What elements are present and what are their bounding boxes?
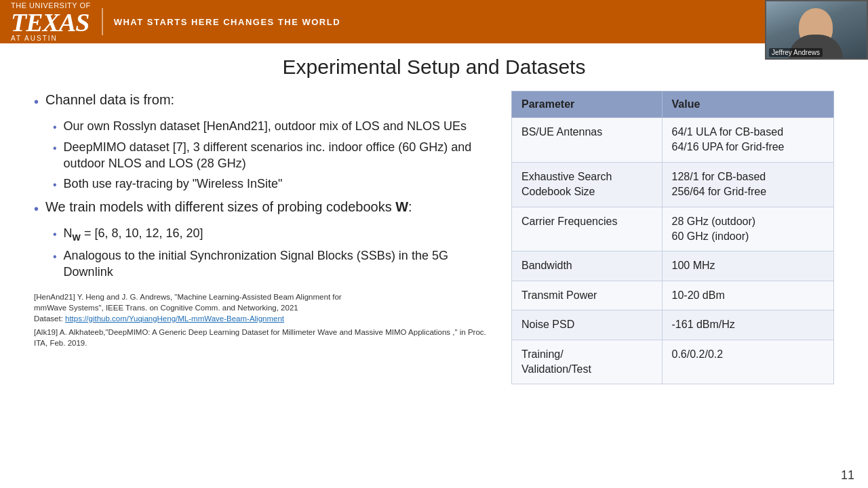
table-cell-value: -161 dBm/Hz: [662, 310, 834, 340]
table-cell-value: 100 MHz: [662, 251, 834, 281]
ref1-link[interactable]: https://github.com/YuqiangHeng/ML-mmWave…: [65, 314, 284, 323]
bullet-1-dot: •: [34, 93, 39, 111]
bullet-2: • We train models with different sizes o…: [34, 198, 495, 218]
table-header-param: Parameter: [512, 92, 663, 118]
table-cell-value: 128/1 for CB-based 256/64 for Grid-free: [662, 162, 834, 207]
references-section: [HenAnd21] Y. Heng and J. G. Andrews, "M…: [34, 291, 495, 348]
ref1-dataset-pre: Dataset:: [34, 314, 65, 323]
bullet-1-sub-1-text: Our own Rosslyn dataset [HenAnd21], outd…: [64, 118, 467, 134]
table-row: Noise PSD-161 dBm/Hz: [512, 310, 834, 340]
bullet-1: • Channel data is from:: [34, 91, 495, 111]
table-row: Exhaustive Search Codebook Size128/1 for…: [512, 162, 834, 207]
bullet-2-sub-1: • NW = [6, 8, 10, 12, 16, 20]: [53, 225, 495, 243]
bullet-1-sub-3-text: Both use ray-tracing by "Wireless InSite…: [64, 176, 283, 192]
table-cell-value: 28 GHz (outdoor) 60 GHz (indoor): [662, 207, 834, 251]
table-cell-value: 64/1 ULA for CB-based 64/16 UPA for Grid…: [662, 118, 834, 163]
table-row: Bandwidth100 MHz: [512, 251, 834, 281]
table-cell-param: Exhaustive Search Codebook Size: [512, 162, 663, 207]
bullet-2-subs: • NW = [6, 8, 10, 12, 16, 20] • Analogou…: [34, 225, 495, 281]
bullet-2-sub-2-text: Analogous to the initial Synchronization…: [64, 247, 495, 281]
slide-title: Experimental Setup and Datasets: [34, 56, 834, 79]
page-number: 11: [841, 468, 854, 483]
bold-w: W: [395, 199, 408, 214]
bullet-2-sub-2: • Analogous to the initial Synchronizati…: [53, 247, 495, 281]
slide-main: Experimental Setup and Datasets • Channe…: [0, 43, 868, 488]
bullet-1-sub-3-dot: •: [53, 178, 57, 192]
ref2: [Alk19] A. Alkhateeb,"DeepMIMO: A Generi…: [34, 327, 495, 348]
bullet-2-sub-1-text: NW = [6, 8, 10, 12, 16, 20]: [64, 225, 203, 243]
bullet-1-sub-2-dot: •: [53, 141, 57, 156]
header-tagline: WHAT STARTS HERE CHANGES THE WORLD: [114, 17, 340, 27]
bullet-1-sub-1-dot: •: [53, 120, 57, 135]
table-cell-value: 0.6/0.2/0.2: [662, 340, 834, 384]
table-row: BS/UE Antennas64/1 ULA for CB-based 64/1…: [512, 118, 834, 163]
table-row: Training/ Validation/Test0.6/0.2/0.2: [512, 340, 834, 384]
bullet-2-sub-1-dot: •: [53, 227, 57, 242]
table-row: Carrier Frequencies28 GHz (outdoor) 60 G…: [512, 207, 834, 251]
ref1-line2: mmWave Systems", IEEE Trans. on Cognitiv…: [34, 302, 495, 313]
left-column: • Channel data is from: • Our own Rossly…: [34, 91, 495, 384]
bullet-2-dot: •: [34, 200, 39, 218]
bullet-2-text: We train models with different sizes of …: [45, 198, 412, 216]
bullet-1-sub-2-text: DeepMIMO dataset [7], 3 different scenar…: [64, 139, 495, 172]
subscript-w: W: [73, 232, 81, 242]
bullet-1-sub-2: • DeepMIMO dataset [7], 3 different scen…: [53, 139, 495, 172]
table-cell-param: Training/ Validation/Test: [512, 340, 663, 384]
table-cell-value: 10-20 dBm: [662, 281, 834, 310]
ref1-dataset: Dataset: https://github.com/YuqiangHeng/…: [34, 313, 495, 324]
logo-area: THE UNIVERSITY OF TEXAS AT AUSTIN: [11, 2, 91, 42]
logo-texas: TEXAS: [11, 9, 91, 35]
bullet-1-sub-3: • Both use ray-tracing by "Wireless InSi…: [53, 176, 495, 192]
bullet-1-sub-1: • Our own Rosslyn dataset [HenAnd21], ou…: [53, 118, 495, 135]
table-cell-param: Noise PSD: [512, 310, 663, 340]
ref1-line1: [HenAnd21] Y. Heng and J. G. Andrews, "M…: [34, 291, 495, 302]
parameter-table: Parameter Value BS/UE Antennas64/1 ULA f…: [511, 91, 834, 384]
bullet-1-subs: • Our own Rosslyn dataset [HenAnd21], ou…: [34, 118, 495, 192]
table-cell-param: BS/UE Antennas: [512, 118, 663, 163]
table-cell-param: Bandwidth: [512, 251, 663, 281]
table-header-value: Value: [662, 92, 834, 118]
content-area: • Channel data is from: • Our own Rossly…: [34, 91, 834, 384]
table-row: Transmit Power10-20 dBm: [512, 281, 834, 310]
logo-at-austin: AT AUSTIN: [11, 35, 91, 42]
table-cell-param: Transmit Power: [512, 281, 663, 310]
table-body: BS/UE Antennas64/1 ULA for CB-based 64/1…: [512, 118, 834, 384]
table-cell-param: Carrier Frequencies: [512, 207, 663, 251]
bullet-2-sub-2-dot: •: [53, 249, 57, 264]
right-column: Parameter Value BS/UE Antennas64/1 ULA f…: [511, 91, 834, 384]
header-divider: [102, 8, 103, 35]
bullet-1-text: Channel data is from:: [45, 91, 174, 109]
header-bar: THE UNIVERSITY OF TEXAS AT AUSTIN WHAT S…: [0, 0, 868, 43]
